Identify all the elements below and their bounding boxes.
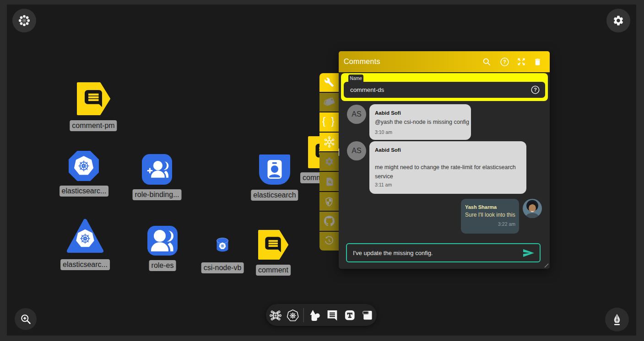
svg-text:?: ? — [503, 59, 506, 64]
svg-text:?: ? — [534, 87, 537, 92]
